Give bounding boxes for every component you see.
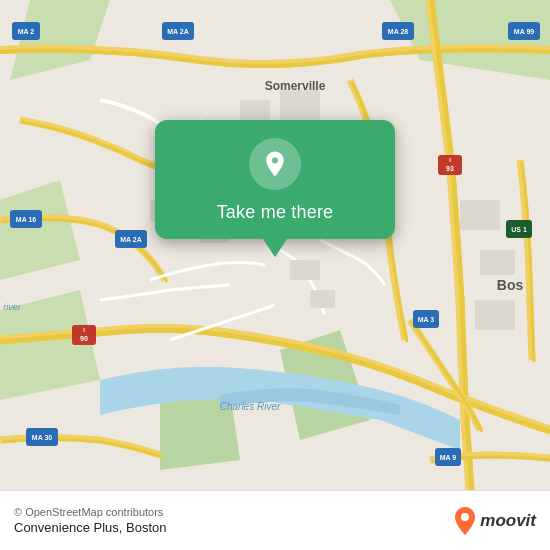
svg-text:MA 2: MA 2 bbox=[18, 28, 35, 35]
map-attribution: © OpenStreetMap contributors bbox=[14, 506, 166, 518]
svg-text:MA 2A: MA 2A bbox=[167, 28, 189, 35]
moovit-pin-icon bbox=[454, 507, 476, 535]
svg-rect-15 bbox=[460, 200, 500, 230]
svg-text:MA 9: MA 9 bbox=[440, 454, 457, 461]
location-pin-icon bbox=[260, 149, 290, 179]
map-container[interactable]: MA 2 MA 2A MA 2A MA 28 MA 28 I 93 I 90 M… bbox=[0, 0, 550, 490]
moovit-logo[interactable]: moovit bbox=[454, 507, 536, 535]
svg-text:river: river bbox=[3, 302, 22, 312]
bottom-bar: © OpenStreetMap contributors Convenience… bbox=[0, 490, 550, 550]
svg-text:MA 99: MA 99 bbox=[514, 28, 534, 35]
place-name: Convenience Plus, Boston bbox=[14, 520, 166, 535]
svg-text:Somerville: Somerville bbox=[265, 79, 326, 93]
svg-text:MA 2A: MA 2A bbox=[120, 236, 142, 243]
svg-rect-17 bbox=[475, 300, 515, 330]
svg-text:90: 90 bbox=[80, 335, 88, 342]
svg-text:Charles River: Charles River bbox=[220, 401, 281, 412]
svg-text:US 1: US 1 bbox=[511, 226, 527, 233]
svg-text:MA 28: MA 28 bbox=[388, 28, 408, 35]
moovit-text: moovit bbox=[480, 511, 536, 531]
svg-text:Bos: Bos bbox=[497, 277, 524, 293]
bottom-left: © OpenStreetMap contributors Convenience… bbox=[14, 506, 166, 535]
svg-rect-9 bbox=[280, 90, 320, 120]
svg-rect-13 bbox=[290, 260, 320, 280]
svg-text:MA 16: MA 16 bbox=[16, 216, 36, 223]
location-icon-circle bbox=[249, 138, 301, 190]
svg-text:93: 93 bbox=[446, 165, 454, 172]
take-me-there-button[interactable]: Take me there bbox=[217, 202, 334, 223]
svg-point-50 bbox=[461, 513, 469, 521]
svg-rect-16 bbox=[480, 250, 515, 275]
svg-rect-14 bbox=[310, 290, 335, 308]
popup-card: Take me there bbox=[155, 120, 395, 239]
svg-text:MA 3: MA 3 bbox=[418, 316, 435, 323]
svg-text:MA 30: MA 30 bbox=[32, 434, 52, 441]
